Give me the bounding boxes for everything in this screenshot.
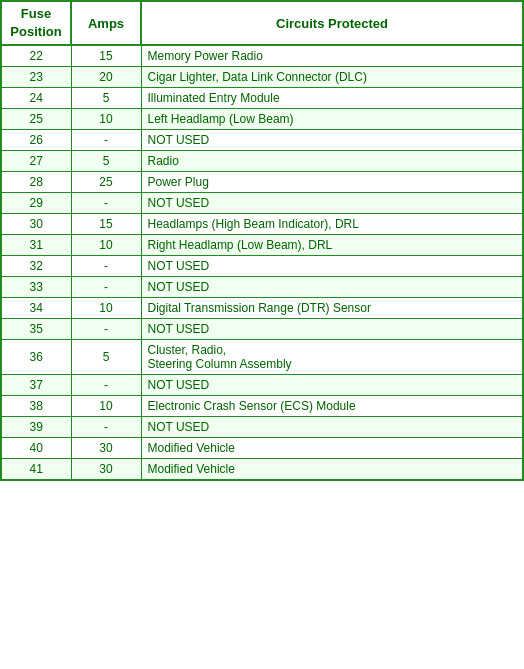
- fuse-position-cell: 32: [1, 256, 71, 277]
- circuits-cell: Headlamps (High Beam Indicator), DRL: [141, 214, 523, 235]
- circuits-cell: NOT USED: [141, 256, 523, 277]
- table-row: 29-NOT USED: [1, 193, 523, 214]
- fuse-position-cell: 31: [1, 235, 71, 256]
- table-row: 37-NOT USED: [1, 375, 523, 396]
- table-row: 39-NOT USED: [1, 417, 523, 438]
- fuse-position-cell: 28: [1, 172, 71, 193]
- amps-cell: 20: [71, 67, 141, 88]
- amps-cell: -: [71, 277, 141, 298]
- fuse-position-cell: 35: [1, 319, 71, 340]
- amps-cell: 10: [71, 396, 141, 417]
- fuse-position-cell: 26: [1, 130, 71, 151]
- table-row: 4130Modified Vehicle: [1, 459, 523, 481]
- fuse-position-cell: 24: [1, 88, 71, 109]
- table-row: 2825Power Plug: [1, 172, 523, 193]
- circuits-cell: Left Headlamp (Low Beam): [141, 109, 523, 130]
- circuits-cell: NOT USED: [141, 319, 523, 340]
- table-row: 245Illuminated Entry Module: [1, 88, 523, 109]
- circuits-cell: NOT USED: [141, 417, 523, 438]
- circuits-cell: Digital Transmission Range (DTR) Sensor: [141, 298, 523, 319]
- table-row: 35-NOT USED: [1, 319, 523, 340]
- table-row: 275Radio: [1, 151, 523, 172]
- fuse-position-cell: 40: [1, 438, 71, 459]
- amps-cell: 25: [71, 172, 141, 193]
- fuse-position-cell: 37: [1, 375, 71, 396]
- fuse-position-cell: 25: [1, 109, 71, 130]
- amps-cell: 10: [71, 235, 141, 256]
- circuits-cell: Electronic Crash Sensor (ECS) Module: [141, 396, 523, 417]
- circuits-cell: Radio: [141, 151, 523, 172]
- table-row: 2510Left Headlamp (Low Beam): [1, 109, 523, 130]
- amps-cell: -: [71, 417, 141, 438]
- header-amps: Amps: [71, 1, 141, 45]
- circuits-cell: Right Headlamp (Low Beam), DRL: [141, 235, 523, 256]
- fuse-table: FusePosition Amps Circuits Protected 221…: [0, 0, 524, 481]
- amps-cell: 5: [71, 151, 141, 172]
- circuits-cell: NOT USED: [141, 277, 523, 298]
- amps-cell: -: [71, 193, 141, 214]
- circuits-cell: Illuminated Entry Module: [141, 88, 523, 109]
- amps-cell: -: [71, 256, 141, 277]
- table-row: 2215Memory Power Radio: [1, 45, 523, 67]
- fuse-position-cell: 41: [1, 459, 71, 481]
- fuse-position-cell: 34: [1, 298, 71, 319]
- header-circuits: Circuits Protected: [141, 1, 523, 45]
- amps-cell: -: [71, 375, 141, 396]
- header-fuse-position: FusePosition: [1, 1, 71, 45]
- fuse-position-cell: 22: [1, 45, 71, 67]
- circuits-cell: Modified Vehicle: [141, 438, 523, 459]
- fuse-position-cell: 27: [1, 151, 71, 172]
- fuse-position-cell: 29: [1, 193, 71, 214]
- amps-cell: 30: [71, 438, 141, 459]
- table-row: 33- NOT USED: [1, 277, 523, 298]
- table-row: 32-NOT USED: [1, 256, 523, 277]
- amps-cell: 5: [71, 340, 141, 375]
- fuse-position-cell: 39: [1, 417, 71, 438]
- circuits-cell: Modified Vehicle: [141, 459, 523, 481]
- circuits-cell: NOT USED: [141, 130, 523, 151]
- table-row: 4030Modified Vehicle: [1, 438, 523, 459]
- amps-cell: 15: [71, 214, 141, 235]
- fuse-position-cell: 30: [1, 214, 71, 235]
- amps-cell: 15: [71, 45, 141, 67]
- table-row: 3810Electronic Crash Sensor (ECS) Module: [1, 396, 523, 417]
- circuits-cell: NOT USED: [141, 375, 523, 396]
- amps-cell: 5: [71, 88, 141, 109]
- amps-cell: -: [71, 319, 141, 340]
- circuits-cell: Cluster, Radio,Steering Column Assembly: [141, 340, 523, 375]
- table-row: 3410Digital Transmission Range (DTR) Sen…: [1, 298, 523, 319]
- table-row: 3110Right Headlamp (Low Beam), DRL: [1, 235, 523, 256]
- circuits-cell: Memory Power Radio: [141, 45, 523, 67]
- table-row: 26-NOT USED: [1, 130, 523, 151]
- table-row: 365Cluster, Radio,Steering Column Assemb…: [1, 340, 523, 375]
- circuits-cell: Power Plug: [141, 172, 523, 193]
- fuse-position-cell: 33: [1, 277, 71, 298]
- amps-cell: 10: [71, 298, 141, 319]
- amps-cell: -: [71, 130, 141, 151]
- fuse-position-cell: 23: [1, 67, 71, 88]
- fuse-position-cell: 38: [1, 396, 71, 417]
- table-row: 3015Headlamps (High Beam Indicator), DRL: [1, 214, 523, 235]
- amps-cell: 10: [71, 109, 141, 130]
- circuits-cell: Cigar Lighter, Data Link Connector (DLC): [141, 67, 523, 88]
- fuse-position-cell: 36: [1, 340, 71, 375]
- amps-cell: 30: [71, 459, 141, 481]
- table-row: 2320Cigar Lighter, Data Link Connector (…: [1, 67, 523, 88]
- circuits-cell: NOT USED: [141, 193, 523, 214]
